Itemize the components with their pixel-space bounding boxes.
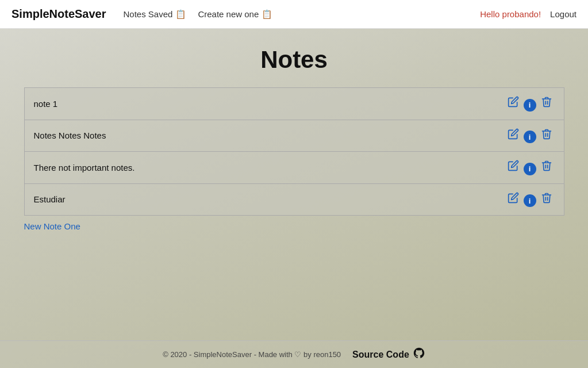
edit-note-button[interactable] bbox=[505, 96, 521, 108]
page-title: Notes bbox=[11, 46, 577, 74]
source-code-link[interactable]: Source Code bbox=[352, 347, 425, 362]
footer-copyright: © 2020 - SimpleNoteSaver - Made with ♡ b… bbox=[163, 350, 341, 359]
note-actions: i bbox=[495, 120, 564, 152]
table-row: Estudiari bbox=[24, 183, 564, 216]
note-title: note 1 bbox=[24, 88, 495, 120]
delete-note-button[interactable] bbox=[539, 160, 555, 171]
note-title: There not important notes. bbox=[24, 152, 495, 184]
navbar: SimpleNoteSaver Notes Saved 📋 Create new… bbox=[0, 0, 588, 29]
delete-note-button[interactable] bbox=[539, 128, 555, 140]
notes-saved-link[interactable]: Notes Saved 📋 bbox=[124, 9, 187, 20]
info-note-button[interactable]: i bbox=[521, 163, 539, 175]
note-actions: i bbox=[495, 152, 564, 184]
info-icon: i bbox=[524, 131, 536, 143]
note-title: Notes Notes Notes bbox=[24, 120, 495, 152]
info-icon: i bbox=[524, 99, 536, 112]
notes-saved-icon: 📋 bbox=[175, 9, 186, 20]
logout-link[interactable]: Logout bbox=[550, 9, 577, 19]
info-icon: i bbox=[524, 194, 536, 207]
edit-note-button[interactable] bbox=[505, 160, 521, 171]
notes-saved-label: Notes Saved bbox=[124, 9, 173, 19]
delete-note-button[interactable] bbox=[539, 192, 555, 204]
footer: © 2020 - SimpleNoteSaver - Made with ♡ b… bbox=[0, 340, 588, 368]
main-content: Notes note 1iNotes Notes NotesiThere not… bbox=[0, 29, 588, 340]
notes-table: note 1iNotes Notes NotesiThere not impor… bbox=[24, 87, 564, 216]
new-note-link[interactable]: New Note One bbox=[24, 221, 564, 231]
delete-note-button[interactable] bbox=[539, 96, 555, 108]
note-title: Estudiar bbox=[24, 183, 495, 216]
create-new-link[interactable]: Create new one 📋 bbox=[198, 9, 272, 20]
create-new-label: Create new one bbox=[198, 9, 259, 19]
edit-note-button[interactable] bbox=[505, 192, 521, 204]
note-actions: i bbox=[495, 183, 564, 216]
info-icon: i bbox=[524, 163, 536, 175]
brand-logo: SimpleNoteSaver bbox=[11, 7, 106, 21]
note-actions: i bbox=[495, 88, 564, 120]
source-code-label: Source Code bbox=[352, 350, 409, 360]
info-note-button[interactable]: i bbox=[521, 194, 539, 207]
info-note-button[interactable]: i bbox=[521, 99, 539, 112]
info-note-button[interactable]: i bbox=[521, 131, 539, 143]
edit-note-button[interactable] bbox=[505, 128, 521, 140]
table-row: note 1i bbox=[24, 88, 564, 120]
nav-right: Hello probando! Logout bbox=[480, 9, 577, 19]
table-row: There not important notes.i bbox=[24, 152, 564, 184]
github-icon bbox=[413, 347, 425, 362]
user-greeting: Hello probando! bbox=[480, 9, 541, 19]
table-row: Notes Notes Notesi bbox=[24, 120, 564, 152]
create-new-icon: 📋 bbox=[262, 9, 272, 20]
